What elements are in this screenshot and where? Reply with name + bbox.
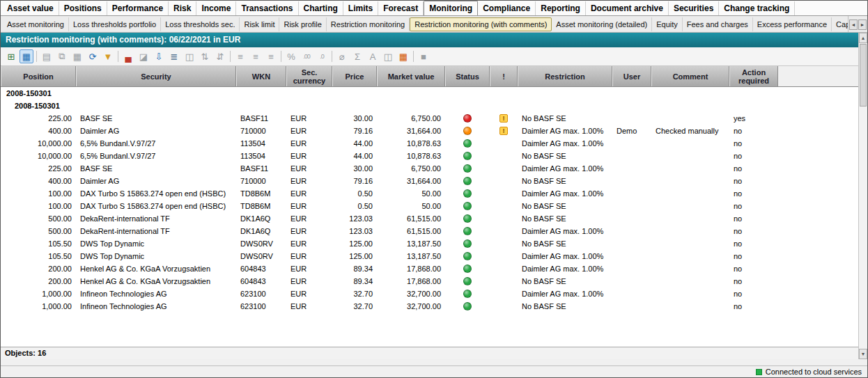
percent-icon[interactable]: %	[284, 49, 298, 63]
tab-monitoring[interactable]: Monitoring	[424, 1, 478, 16]
sort-asc-icon[interactable]: ⇅	[198, 49, 212, 63]
sub-tab-risk-limit[interactable]: Risk limit	[240, 17, 279, 31]
cell-currency: EUR	[286, 262, 332, 275]
cell-price: 79.16	[332, 125, 377, 137]
table-row[interactable]: 1,000.00Infineon Technologies AG623100EU…	[1, 288, 858, 300]
sub-tab-excess-performance[interactable]: Excess performance	[753, 17, 832, 31]
table-row[interactable]: 400.00Daimler AG710000EUR79.1631,664.00!…	[1, 125, 858, 137]
columns-icon[interactable]: ◫	[183, 49, 196, 63]
sort-desc-icon[interactable]: ⇵	[213, 49, 227, 63]
table-row[interactable]: 225.00BASF SEBASF11EUR30.006,750.00Daiml…	[1, 162, 858, 175]
sub-tab-scroll-right-icon[interactable]: ►	[858, 19, 867, 30]
cell-security: Daimler AG	[76, 175, 236, 187]
table-row[interactable]: 10,000.006,5% Bundanl.V.97/27113504EUR44…	[1, 137, 858, 150]
cell-price: 32.70	[332, 300, 377, 313]
hierarchy-icon[interactable]: ≣	[167, 49, 181, 63]
tab-reporting[interactable]: Reporting	[536, 1, 586, 15]
table-row[interactable]: 105.50DWS Top DynamicDWS0RVEUR125.0013,1…	[1, 250, 858, 262]
sum-icon[interactable]: Σ	[350, 49, 364, 63]
column-header-currency[interactable]: Sec. currency	[286, 66, 332, 86]
font-icon[interactable]: A	[366, 49, 380, 63]
sub-tab-equity[interactable]: Equity	[652, 17, 683, 31]
table-row[interactable]: 400.00Daimler AG710000EUR79.1631,664.00N…	[1, 175, 858, 187]
column-header-wkn[interactable]: WKN	[236, 66, 286, 86]
cell-restriction: No BASF SE	[518, 300, 612, 313]
stop-icon[interactable]: ■	[417, 49, 431, 63]
bar-chart-icon[interactable]: ▄	[121, 49, 135, 63]
scrollbar-thumb[interactable]	[860, 44, 867, 107]
download-icon[interactable]: ⇩	[152, 49, 166, 63]
column-header-action[interactable]: Action required	[729, 66, 778, 86]
table-row[interactable]: 100.00DAX Turbo S 15863.274 open end (HS…	[1, 187, 858, 200]
sub-tab-asset-monitoring[interactable]: Asset monitoring	[3, 17, 69, 31]
sub-tab-loss-thresholds-portfolio[interactable]: Loss thresholds portfolio	[69, 17, 161, 31]
cell-market_value: 13,187.50	[377, 237, 445, 250]
freeze-pane-icon[interactable]: ◫	[381, 49, 395, 63]
content-area: Restriction monitoring (with comments): …	[1, 33, 867, 359]
sub-tab-asset-monitoring-detailed[interactable]: Asset monitoring (detailed)	[552, 17, 652, 31]
cell-price: 0.50	[332, 200, 377, 212]
table-row[interactable]: 100.00DAX Turbo S 15863.274 open end (HS…	[1, 200, 858, 212]
cell-price: 32.70	[332, 288, 377, 300]
copy-grid-icon[interactable]: ⧉	[55, 49, 69, 63]
tab-securities[interactable]: Securities	[669, 1, 719, 15]
sub-tab-restriction-monitoring-with-comments[interactable]: Restriction monitoring (with comments)	[410, 17, 552, 31]
tab-asset-value[interactable]: Asset value	[2, 1, 59, 15]
column-header-restriction[interactable]: Restriction	[518, 66, 612, 86]
cell-user	[612, 237, 651, 250]
column-header-security[interactable]: Security	[76, 66, 236, 86]
chart-view-icon[interactable]: ▦	[20, 49, 33, 63]
table-row[interactable]: 225.00BASF SEBASF11EUR30.006,750.00!No B…	[1, 112, 858, 125]
tab-limits[interactable]: Limits	[343, 1, 378, 15]
scroll-up-icon[interactable]: ▲	[859, 33, 867, 43]
calendar-icon[interactable]: ▦	[70, 49, 84, 63]
sub-tab-loss-thresholds-sec[interactable]: Loss thresholds sec.	[161, 17, 240, 31]
table-row[interactable]: 10,000.006,5% Bundanl.V.97/27113504EUR44…	[1, 150, 858, 162]
table-row[interactable]: 500.00DekaRent-international TFDK1A6QEUR…	[1, 225, 858, 237]
column-header-status[interactable]: Status	[445, 66, 490, 86]
table-row[interactable]: 1,000.00Infineon Technologies AG623100EU…	[1, 300, 858, 313]
align-left-icon[interactable]: ≡	[233, 49, 247, 63]
sub-tab-restriction-monitoring[interactable]: Restriction monitoring	[327, 17, 410, 31]
decimal-increase-icon[interactable]: .00	[300, 49, 313, 63]
cell-warning: !	[490, 125, 518, 137]
tab-income[interactable]: Income	[196, 1, 236, 15]
scroll-down-icon[interactable]: ▼	[859, 349, 867, 359]
vertical-scrollbar[interactable]: ▲ ▼	[858, 33, 867, 359]
decimal-decrease-icon[interactable]: .0	[315, 49, 329, 63]
table-row[interactable]: 200.00Henkel AG & Co. KGaA Vorzugsaktien…	[1, 275, 858, 288]
column-header-market_value[interactable]: Market value	[377, 66, 445, 86]
table-row[interactable]: 500.00DekaRent-international TFDK1A6QEUR…	[1, 212, 858, 225]
align-center-icon[interactable]: ≡	[249, 49, 263, 63]
tab-performance[interactable]: Performance	[107, 1, 169, 15]
tab-transactions[interactable]: Transactions	[236, 1, 298, 15]
tab-forecast[interactable]: Forecast	[378, 1, 424, 15]
sub-tab-risk-profile[interactable]: Risk profile	[279, 17, 326, 31]
sub-tab-scroll-left-icon[interactable]: ◄	[849, 19, 858, 30]
refresh-icon[interactable]: ⟳	[86, 49, 100, 63]
tab-positions[interactable]: Positions	[59, 1, 107, 15]
cell-price: 123.03	[332, 212, 377, 225]
scrollbar-track[interactable]	[859, 107, 867, 349]
zero-values-icon[interactable]: ⌀	[335, 49, 349, 63]
filter-edit-icon[interactable]: ▼	[101, 49, 115, 63]
tab-compliance[interactable]: Compliance	[478, 1, 536, 15]
column-header-position[interactable]: Position	[1, 66, 76, 86]
column-header-price[interactable]: Price	[332, 66, 377, 86]
table-row[interactable]: 105.50DWS Top DynamicDWS0RVEUR125.0013,1…	[1, 237, 858, 250]
export-grid-icon[interactable]: ▤	[40, 49, 54, 63]
open-chart-icon[interactable]: ▦	[396, 49, 410, 63]
column-header-warning[interactable]: !	[490, 66, 518, 86]
align-right-icon[interactable]: ≡	[264, 49, 278, 63]
tab-document-archive[interactable]: Document archive	[586, 1, 669, 15]
sub-tab-fees-and-charges[interactable]: Fees and charges	[683, 17, 753, 31]
table-row[interactable]: 200.00Henkel AG & Co. KGaA Vorzugsaktien…	[1, 262, 858, 275]
column-header-user[interactable]: User	[612, 66, 651, 86]
tab-risk[interactable]: Risk	[169, 1, 196, 15]
cell-action: no	[729, 137, 778, 150]
area-chart-icon[interactable]: ◪	[137, 49, 150, 63]
column-header-comment[interactable]: Comment	[651, 66, 729, 86]
tab-change-tracking[interactable]: Change tracking	[719, 1, 795, 15]
tab-charting[interactable]: Charting	[299, 1, 343, 15]
table-import-icon[interactable]: ⊞	[4, 49, 18, 63]
